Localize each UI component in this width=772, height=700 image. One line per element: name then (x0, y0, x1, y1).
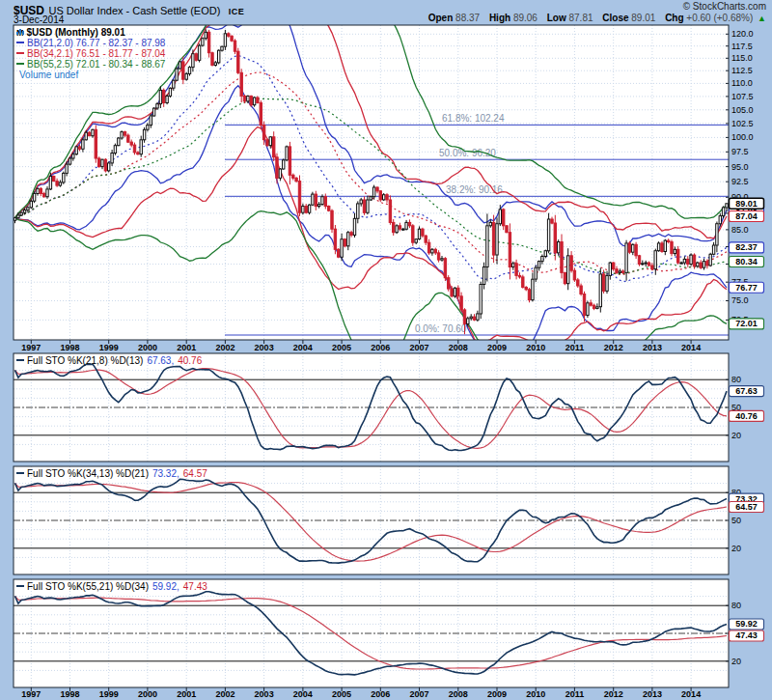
fib-label: 38.2%: 90.16 (446, 184, 503, 195)
sto-tick-label: 80 (731, 601, 741, 610)
high-value: 89.06 (513, 13, 538, 23)
low-label: Low (547, 13, 566, 23)
year-label: 2009 (487, 689, 507, 699)
open-label: Open (428, 13, 454, 23)
sto-panel-2-legend: Full STO %K(34,13) %D(21)73.32,64.57 (16, 468, 207, 479)
year-label: 1998 (60, 343, 79, 352)
sto1-label: Full STO %K(21,8) %D(13) (27, 355, 143, 366)
year-label: 2005 (332, 343, 351, 352)
year-label: 1997 (21, 689, 41, 699)
axis-badge-value: 47.43 (735, 630, 758, 640)
sto3-k-value: 59.92, (152, 581, 179, 592)
exchange-label: ICE (229, 7, 245, 16)
price-tick-label: 95.0 (731, 162, 749, 172)
ohlc-bar: Open 88.37 High 89.06 Low 87.81 Close 89… (422, 13, 766, 23)
sto-tick-label: 50 (731, 516, 741, 525)
volume-legend-text: Volume undef (19, 70, 78, 80)
bb55-swatch-icon (16, 63, 24, 65)
price-tick-label: 105.0 (731, 105, 754, 115)
fib-label: 0.0%: 70.60 (415, 323, 467, 334)
year-label: 2006 (371, 689, 390, 699)
year-label: 2000 (138, 689, 157, 699)
year-label: 2013 (643, 343, 662, 352)
price-tick-label: 75.0 (731, 295, 749, 305)
close-value: 89.01 (631, 13, 655, 23)
year-label: 2002 (215, 689, 234, 699)
high-label: High (489, 13, 510, 23)
price-tick-label: 107.5 (731, 92, 754, 101)
stockcharts-page: 61.8%: 102.2450.0%: 96.2038.2%: 90.160.0… (0, 0, 772, 700)
sto3-label: Full STO %K(55,21) %D(34) (27, 581, 149, 592)
symbol-legend-text: $USD (Monthly) 89.01 (27, 27, 125, 38)
price-tick-label: 110.0 (731, 78, 753, 88)
price-tick-label: 100.0 (731, 132, 754, 142)
year-label: 2011 (565, 343, 585, 352)
year-label: 2003 (255, 343, 274, 352)
sto-tick-label: 20 (731, 431, 741, 440)
year-label: 2007 (410, 689, 429, 699)
bb34-legend-text: BB(34,2.1) 76.51 - 81.77 - 87.04 (27, 48, 165, 59)
year-label: 2004 (293, 689, 313, 699)
chart-date: 3-Dec-2014 (14, 14, 64, 25)
axis-badge-value: 67.63 (735, 386, 758, 396)
year-label: 2001 (177, 343, 196, 352)
year-label: 2005 (332, 689, 351, 699)
copyright-label: © StockCharts.com (683, 1, 766, 12)
year-label: 2006 (371, 343, 390, 352)
year-label: 2010 (526, 343, 545, 352)
up-arrow-icon: ▲ (758, 14, 766, 23)
year-label: 2004 (293, 343, 313, 352)
sto2-d-value: 64.57 (183, 468, 207, 479)
chg-label: Chg (665, 13, 683, 23)
fib-label: 61.8%: 102.24 (442, 113, 505, 124)
price-tick-label: 112.5 (731, 66, 753, 75)
sto1-k-value: 67.63, (147, 355, 174, 366)
year-label: 1997 (21, 343, 41, 352)
year-label: 2011 (565, 689, 585, 699)
year-label: 2008 (449, 343, 468, 352)
axis-badge-value: 80.34 (735, 257, 758, 266)
year-label: 2000 (138, 343, 157, 352)
sto2-swatch-icon (16, 472, 24, 474)
bb21-swatch-icon (16, 42, 24, 43)
sto1-d-value: 40.76 (178, 355, 202, 366)
year-label: 1999 (99, 689, 119, 699)
axis-badge-value: 76.77 (735, 283, 758, 293)
sto3-d-value: 47.43 (183, 581, 207, 592)
price-tick-label: 92.5 (731, 177, 749, 186)
sto-tick-label: 20 (731, 657, 741, 666)
sto2-label: Full STO %K(34,13) %D(21) (27, 468, 149, 479)
year-label: 2014 (681, 343, 701, 352)
axis-badge-value: 59.92 (735, 619, 758, 629)
year-label: 2001 (177, 689, 196, 699)
year-label: 1999 (99, 343, 119, 352)
year-label: 2008 (449, 689, 468, 699)
low-value: 87.81 (568, 13, 593, 23)
open-value: 88.37 (455, 13, 480, 23)
sto-panel-1-legend: Full STO %K(21,8) %D(13)67.63,40.76 (16, 355, 202, 366)
price-tick-label: 102.5 (731, 119, 754, 128)
axis-badge-value: 72.01 (735, 319, 758, 328)
sto3-swatch-icon (16, 585, 24, 587)
sto2-k-value: 73.32, (152, 468, 179, 479)
bb34-swatch-icon (16, 52, 24, 54)
year-label: 2013 (643, 689, 662, 699)
sto-tick-label: 20 (731, 544, 741, 553)
year-label: 2007 (410, 343, 429, 352)
axis-badge-value: 87.04 (735, 211, 758, 221)
year-label: 2002 (215, 343, 234, 352)
year-label: 2012 (604, 343, 623, 352)
axis-badge-value: 89.01 (735, 199, 758, 209)
year-label: 2012 (604, 689, 623, 699)
axis-badge-value: 82.37 (735, 242, 758, 252)
bb55-legend-text: BB(55,2.5) 72.01 - 80.34 - 88.67 (27, 59, 165, 70)
price-tick-label: 115.0 (731, 53, 753, 63)
year-label: 2010 (526, 689, 545, 699)
year-label: 2009 (487, 343, 507, 352)
price-tick-label: 120.0 (731, 29, 754, 39)
close-label: Close (602, 13, 628, 23)
chart-canvas: 61.8%: 102.2450.0%: 96.2038.2%: 90.160.0… (0, 0, 772, 700)
sto1-swatch-icon (16, 359, 24, 361)
year-label: 2003 (255, 689, 274, 699)
year-label: 2014 (681, 689, 701, 699)
